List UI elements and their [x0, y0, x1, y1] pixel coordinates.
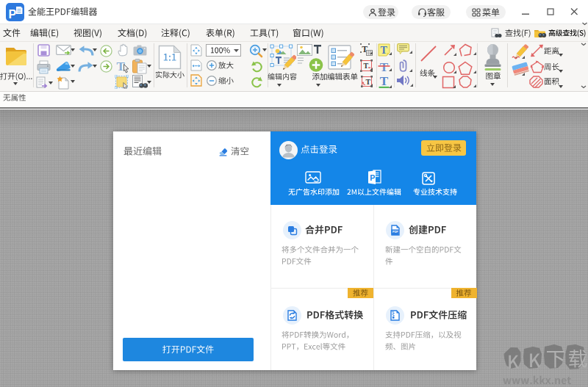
- svg-text:P: P: [370, 173, 375, 182]
- svg-text:T: T: [363, 62, 368, 70]
- svg-text:T: T: [380, 45, 387, 56]
- svg-text:T: T: [379, 75, 388, 88]
- svg-text:P: P: [9, 8, 17, 21]
- svg-text:PDF: PDF: [392, 231, 398, 234]
